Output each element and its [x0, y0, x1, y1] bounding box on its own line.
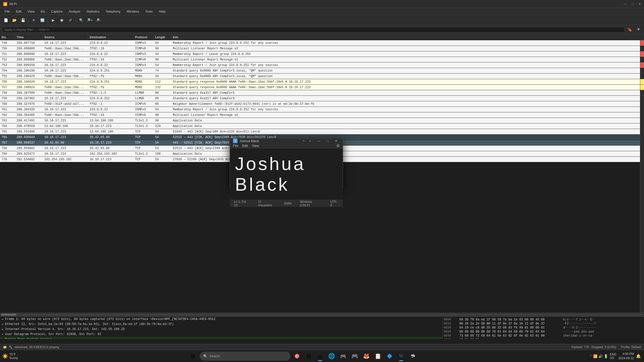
notepad-menu-edit[interactable]: Edit [242, 144, 248, 148]
detail-text-4: Domain Name System (query) [5, 338, 52, 339]
taskbar-app-copilot[interactable]: 🎯 [291, 351, 302, 362]
packet-row[interactable]: 749 288.097710 10.16.17.223 224.0.0.22 I… [0, 40, 640, 46]
close-button[interactable]: ✕ [638, 2, 641, 6]
toolbar-close[interactable]: ✕ [30, 17, 38, 24]
toolbar-capture-restart[interactable]: ↺ [66, 17, 74, 24]
notepad-menu-file[interactable]: File [233, 144, 238, 148]
packet-row[interactable]: 761 288.384335 10.16.17.223 224.0.0.22 I… [0, 107, 640, 112]
packet-row[interactable]: 760 288.327976 fe80::912f:ab42:b17... ff… [0, 101, 640, 107]
notepad-text-content[interactable]: Joshua Black [235, 153, 338, 195]
horizontal-scrollbar[interactable] [0, 313, 644, 316]
weather-condition: Sunny [9, 356, 18, 360]
detail-row-3[interactable]: ▶ User Datagram Protocol, Src Port: 5293… [0, 332, 443, 337]
packet-row[interactable]: 764 288.478559 13.64.180.106 10.16.17.22… [0, 123, 640, 129]
toolbar-sep2 [48, 18, 48, 23]
taskbar-app-xbox[interactable]: 🎮 [338, 351, 349, 362]
packet-row[interactable]: 750 288.098809 fe80::8aec:1bac:5bb... ff… [0, 46, 640, 51]
toolbar-new[interactable]: 📄 [2, 17, 10, 24]
menu-view[interactable]: View [25, 9, 37, 14]
detail-row-2[interactable]: ▶ Internet Protocol Version 4, Src: 10.1… [0, 327, 443, 332]
taskbar-app-taskview[interactable]: ⊟ [303, 351, 314, 362]
cell-src: fe80::8aec:1bac:5bb... [43, 46, 88, 51]
toolbar-capture-stop[interactable]: ⏹ [58, 17, 65, 24]
toolbar-open[interactable]: 📂 [11, 17, 18, 24]
packet-row[interactable]: 765 288.531098 10.16.17.223 13.64.180.10… [0, 129, 640, 135]
taskbar-app-word[interactable]: W [396, 351, 407, 362]
scroll-thumb[interactable] [1, 314, 16, 316]
tray-volume[interactable]: 🔊 [598, 354, 603, 358]
taskbar-app-wireshark[interactable]: 🦈 [407, 351, 418, 362]
hex-bytes: 00 01 00 01 [459, 338, 560, 339]
packet-row[interactable]: 752 288.099006 fe80::8aec:1bac:5bb... ff… [0, 57, 640, 62]
toolbar-zoom-in[interactable]: 🔎+ [86, 17, 93, 24]
indicator-red [640, 40, 644, 46]
packet-row[interactable]: 753 288.099159 10.16.17.223 224.0.0.22 I… [0, 62, 640, 68]
start-button[interactable]: ⊞ [188, 351, 199, 362]
toolbar-zoom-out[interactable]: 🔎- [94, 17, 102, 24]
cell-proto: TCP [133, 157, 154, 162]
cell-proto: MDNS [133, 79, 154, 84]
packet-row[interactable]: 754 288.106198 10.16.17.223 224.0.0.251 … [0, 68, 640, 74]
cell-proto: TCP [133, 135, 154, 140]
taskbar-app-stickynotes[interactable]: 📋 [372, 351, 384, 362]
menu-edit[interactable]: Edit [13, 9, 24, 14]
minimize-button[interactable]: — [624, 2, 627, 6]
taskbar-app-explorer[interactable]: 🗂 [315, 351, 326, 362]
menu-wireless[interactable]: Wireless [124, 9, 142, 14]
cell-len: 90 [154, 46, 171, 51]
cell-proto: TLSv1.2 [133, 123, 154, 129]
taskbar-search[interactable]: 🔍 Search [200, 352, 290, 361]
tray-battery[interactable]: 🔋 [604, 354, 608, 358]
tray-network[interactable]: 📶 [593, 354, 597, 358]
tray-expand[interactable]: ⌃ [589, 354, 592, 358]
detail-row-1[interactable]: ▶ Ethernet II, Src: Intel_ba:1e:63 (98:5… [0, 322, 443, 327]
cell-time: 288.097710 [15, 40, 43, 46]
menu-telephony[interactable]: Telephony [103, 9, 123, 14]
time-display[interactable]: 4:00 PM 2024-09-12 [619, 352, 634, 360]
packet-row[interactable]: 757 288.106824 fe80::8aec:1bac:5bb... ff… [0, 85, 640, 90]
packet-row[interactable]: 762 288.384485 fe80::8aec:1bac:5bb... ff… [0, 112, 640, 118]
menu-go[interactable]: Go [38, 9, 47, 14]
menu-statistics[interactable]: Statistics [84, 9, 102, 14]
cell-len: 54 [154, 146, 171, 151]
packet-row[interactable]: 755 288.106429 fe80::8aec:1bac:5bb... ff… [0, 74, 640, 79]
packet-row[interactable]: 759 288.107902 10.16.17.223 224.0.0.252 … [0, 96, 640, 101]
packet-row[interactable]: 756 288.106626 10.16.17.223 224.0.0.251 … [0, 79, 640, 85]
toolbar-sep1 [28, 18, 28, 23]
packet-row[interactable]: 763 288.417491 10.16.17.223 13.64.180.10… [0, 118, 640, 123]
notepad-settings[interactable]: ⚙ [336, 143, 340, 148]
cell-info: Multicast Listener Report Message v2 [171, 57, 640, 62]
packet-row[interactable]: 751 288.098890 10.16.17.223 224.0.0.22 I… [0, 51, 640, 57]
notepad-maximize[interactable]: □ [325, 138, 331, 143]
menu-help[interactable]: Help [156, 9, 168, 14]
sys-tray-language: ENGUS [610, 353, 617, 360]
menu-file[interactable]: File [2, 9, 12, 14]
filter-arrow[interactable]: ▼ [635, 27, 642, 32]
menu-analyze[interactable]: Analyze [66, 9, 83, 14]
notepad-minimize[interactable]: — [315, 138, 323, 143]
menu-capture[interactable]: Capture [49, 9, 65, 14]
hex-ascii: ······pad ddi·pad [563, 330, 594, 334]
toolbar-reload[interactable]: 🔄 [39, 17, 46, 24]
packet-row[interactable]: 758 288.107599 fe80::8aec:1bac:5bb... ff… [0, 90, 640, 96]
notepad-close[interactable]: ✕ [333, 138, 340, 143]
notepad-menu-view[interactable]: View [252, 144, 259, 148]
cell-proto: LLMNR [133, 96, 154, 101]
taskbar-app-steam[interactable]: 🎮 [349, 351, 360, 362]
filter-bookmark[interactable]: 🔖 [626, 27, 634, 32]
taskbar-weather[interactable]: ☀️ 75°F Sunny [0, 352, 20, 361]
taskbar-app-brave[interactable]: 🦊 [361, 351, 372, 362]
notepad-new-tab[interactable]: + [307, 138, 313, 143]
toolbar-capture-start[interactable]: ▶ [49, 17, 57, 24]
menu-tools[interactable]: Tools [143, 9, 155, 14]
filter-input[interactable] [2, 27, 625, 33]
taskbar-app-chrome[interactable]: 🌐 [326, 351, 337, 362]
toolbar-filter[interactable]: 🔍 [77, 17, 85, 24]
notification-icon[interactable]: 🔔 [636, 354, 641, 358]
detail-row-4[interactable]: ▼ Domain Name System (query) [0, 337, 443, 339]
taskbar-app-teams[interactable]: 🔷 [384, 351, 395, 362]
toolbar-save[interactable]: 💾 [19, 17, 27, 24]
detail-row-0[interactable]: ▶ Frame 1: 84 bytes on wire (672 bits), … [0, 317, 443, 322]
taskbar-apps: 🎯 ⊟ 🗂 🌐 🎮 🎮 🦊 📋 🔷 W 🦈 [291, 351, 418, 362]
maximize-button[interactable]: □ [632, 2, 633, 6]
